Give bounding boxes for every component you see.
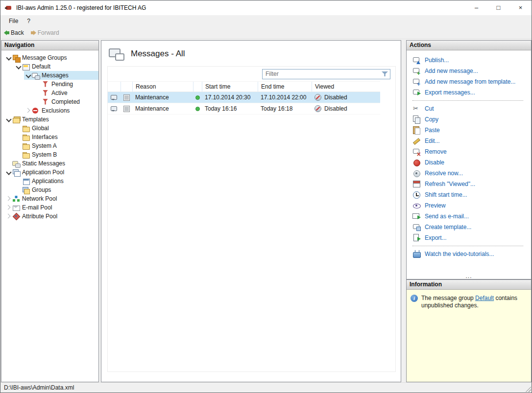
back-label: Back	[11, 29, 24, 36]
action-add-new-message[interactable]: Add new message...	[412, 66, 528, 76]
action-paste[interactable]: Paste	[412, 125, 528, 136]
action-watch-video-tutorials[interactable]: Watch the video-tutorials...	[412, 249, 528, 259]
tree-item-pending[interactable]: Pending	[1, 80, 98, 89]
tree-item-application-pool[interactable]: Application Pool	[1, 168, 98, 177]
tree-item-system-a[interactable]: System A	[1, 141, 98, 150]
action-cut[interactable]: Cut	[412, 103, 528, 114]
tree-item-default[interactable]: Default	[1, 62, 98, 71]
message-row[interactable]: Maintenance Today 16:16 Today 16:18 Disa…	[108, 103, 380, 115]
navigation-header: Navigation	[1, 41, 98, 50]
action-copy[interactable]: Copy	[412, 114, 528, 125]
add-message-from-template-icon	[412, 78, 421, 86]
chevron-collapsed-icon[interactable]	[24, 107, 32, 115]
viewed-disabled-icon	[314, 94, 321, 101]
chevron-expanded-icon[interactable]	[14, 63, 22, 70]
chevron-placeholder	[34, 89, 42, 97]
chevron-placeholder	[14, 186, 22, 194]
action-publish[interactable]: Publish...	[412, 55, 528, 66]
pending-filter-icon	[42, 81, 49, 88]
groups-icon	[22, 186, 30, 194]
tree-item-interfaces[interactable]: Interfaces	[1, 133, 98, 141]
action-send-as-email[interactable]: Send as e-mail...	[412, 211, 528, 222]
message-row[interactable]: Maintenance 17.10.2014 20:30 17.10.2014 …	[108, 92, 380, 103]
end-time-cell: 17.10.2014 22:00	[258, 94, 312, 101]
actions-panel: Actions Publish... Add new message... Ad…	[406, 40, 532, 279]
chevron-expanded-icon[interactable]	[4, 116, 12, 123]
chevron-expanded-icon[interactable]	[4, 168, 12, 176]
column-header-viewed[interactable]: Viewed	[312, 82, 380, 92]
chevron-placeholder	[14, 151, 22, 159]
tree-item-static-messages[interactable]: Static Messages	[1, 159, 98, 168]
tree-item-messages[interactable]: Messages	[1, 71, 98, 80]
message-groups-icon	[12, 54, 20, 62]
tree-item-templates[interactable]: Templates	[1, 115, 98, 124]
folder-icon	[22, 134, 30, 141]
tree-item-applications[interactable]: Applications	[1, 177, 98, 185]
action-preview[interactable]: Preview	[412, 200, 528, 211]
action-export-messages[interactable]: Export messages...	[412, 87, 528, 98]
paste-icon	[412, 126, 421, 134]
reason-cell: Maintenance	[132, 105, 193, 112]
tree-item-groups[interactable]: Groups	[1, 185, 98, 194]
close-button[interactable]: ×	[509, 0, 532, 15]
refresh-viewed-icon	[412, 180, 421, 188]
remove-icon	[412, 148, 421, 156]
action-shift-start-time[interactable]: Shift start time...	[412, 189, 528, 200]
page-title: Messages - All	[131, 49, 185, 59]
chevron-collapsed-icon[interactable]	[4, 195, 12, 203]
tree-item-network-pool[interactable]: Network Pool	[1, 194, 98, 203]
tree-item-attribute-pool[interactable]: Attribute Pool	[1, 212, 98, 221]
action-resolve-now[interactable]: Resolve now...	[412, 168, 528, 179]
action-disable[interactable]: Disable	[412, 157, 528, 168]
action-add-new-message-from-template[interactable]: Add new message from template...	[412, 76, 528, 87]
actions-overflow-indicator[interactable]: ...	[407, 274, 531, 278]
information-header: Information	[407, 280, 531, 290]
column-header-start-time[interactable]: Start time	[202, 82, 258, 92]
active-filter-icon	[42, 90, 49, 97]
action-export[interactable]: Export...	[412, 232, 528, 243]
messages-panel: Messages - All Reason Start time End tim…	[101, 40, 401, 382]
export-icon	[412, 234, 421, 242]
filter-funnel-icon[interactable]	[382, 71, 388, 77]
action-refresh-viewed[interactable]: Refresh "Viewed"...	[412, 179, 528, 189]
column-header-status[interactable]	[193, 82, 202, 92]
tree-item-completed[interactable]: Completed	[1, 97, 98, 106]
chevron-expanded-icon[interactable]	[24, 71, 32, 79]
filter-input[interactable]	[263, 70, 382, 77]
chevron-collapsed-icon[interactable]	[4, 212, 12, 220]
folder-icon	[22, 142, 30, 150]
filter-band	[108, 67, 395, 81]
chevron-placeholder	[34, 80, 42, 88]
forward-button[interactable]: Forward	[31, 29, 59, 36]
actions-list: Publish... Add new message... Add new me…	[407, 50, 531, 279]
templates-icon	[12, 116, 20, 123]
message-bubble-icon	[111, 95, 118, 100]
tree-item-active[interactable]: Active	[1, 89, 98, 97]
tree-item-exclusions[interactable]: Exclusions	[1, 106, 98, 115]
action-remove[interactable]: Remove	[412, 146, 528, 157]
column-header-end-time[interactable]: End time	[258, 82, 312, 92]
tree-item-email-pool[interactable]: E-mail Pool	[1, 203, 98, 212]
chevron-expanded-icon[interactable]	[4, 54, 12, 62]
action-create-template[interactable]: Create template...	[412, 222, 528, 232]
tree-item-system-b[interactable]: System B	[1, 150, 98, 159]
column-header-reason[interactable]: Reason	[132, 82, 193, 92]
default-group-link[interactable]: Default	[475, 295, 494, 301]
right-column: Actions Publish... Add new message... Ad…	[406, 40, 532, 382]
resolve-now-icon	[412, 169, 421, 177]
tree-item-message-groups[interactable]: Message Groups	[1, 53, 98, 62]
minimize-button[interactable]: –	[465, 0, 487, 15]
menu-file[interactable]: File	[4, 17, 23, 25]
tree-item-global[interactable]: Global	[1, 124, 98, 133]
export-messages-icon	[412, 89, 421, 96]
action-edit[interactable]: Edit...	[412, 136, 528, 146]
chevron-collapsed-icon[interactable]	[4, 204, 12, 211]
back-button[interactable]: Back	[4, 29, 24, 36]
resize-grip[interactable]	[525, 386, 531, 392]
menu-help[interactable]: ?	[23, 17, 35, 25]
column-header-color[interactable]	[121, 82, 132, 92]
message-group-icon	[22, 63, 30, 70]
copy-icon	[412, 116, 421, 123]
maximize-button[interactable]: □	[487, 0, 509, 15]
column-header-message-icon[interactable]	[108, 82, 121, 92]
